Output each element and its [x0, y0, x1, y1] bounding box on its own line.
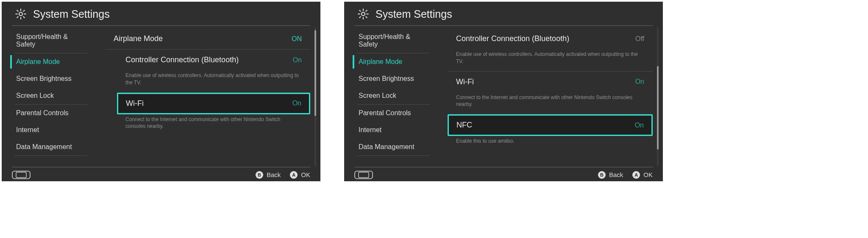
setting-description: Enable this to use amiibo. — [448, 136, 653, 151]
sidebar-item-parental-controls[interactable]: Parental Controls — [357, 105, 430, 122]
sidebar-item-airplane-mode[interactable]: Airplane Mode — [14, 53, 87, 70]
sidebar-item-screen-brightness[interactable]: Screen Brightness — [357, 70, 430, 87]
scrollbar[interactable] — [314, 27, 316, 166]
ok-label: OK — [643, 171, 653, 178]
sidebar-item-data-management[interactable]: Data Management — [14, 138, 87, 155]
setting-value: On — [635, 122, 644, 129]
setting-description: Connect to the Internet and communicate … — [448, 92, 653, 115]
setting-label: NFC — [456, 121, 472, 130]
gear-icon — [14, 8, 27, 20]
setting-label: Controller Connection (Bluetooth) — [456, 34, 569, 43]
svg-line-8 — [23, 10, 25, 11]
setting-description: Enable use of wireless controllers. Auto… — [117, 70, 310, 93]
svg-line-7 — [17, 17, 18, 18]
page-title: System Settings — [376, 8, 452, 20]
sidebar-item-support-health-safety[interactable]: Support/Health & Safety — [14, 28, 87, 53]
svg-line-16 — [359, 10, 361, 11]
back-button[interactable]: B Back — [598, 171, 623, 179]
svg-rect-21 — [359, 172, 369, 177]
ok-button[interactable]: A OK — [290, 171, 310, 179]
svg-line-18 — [359, 17, 361, 18]
back-label: Back — [609, 171, 623, 178]
svg-line-6 — [23, 17, 25, 18]
back-label: Back — [267, 171, 281, 178]
sidebar: Support/Health & SafetyAirplane ModeScre… — [2, 26, 97, 167]
back-button[interactable]: B Back — [256, 171, 281, 179]
svg-point-0 — [19, 12, 22, 16]
setting-label: Wi-Fi — [456, 77, 474, 86]
scroll-thumb[interactable] — [657, 66, 659, 149]
setting-row-airplane-mode[interactable]: Airplane Mode ON — [105, 28, 310, 50]
ok-button[interactable]: A OK — [632, 171, 653, 179]
setting-label: Airplane Mode — [114, 34, 163, 43]
page-title: System Settings — [33, 8, 110, 20]
sidebar-item-internet[interactable]: Internet — [14, 122, 87, 138]
setting-description: Connect to the Internet and communicate … — [117, 114, 310, 136]
svg-line-17 — [366, 17, 367, 18]
sidebar: Support/Health & SafetyAirplane ModeScre… — [344, 26, 440, 167]
sidebar-item-data-management[interactable]: Data Management — [357, 138, 430, 155]
setting-value: On — [293, 56, 302, 64]
b-button-icon: B — [256, 171, 263, 179]
settings-panel: Airplane Mode ON Controller Connection (… — [97, 26, 320, 167]
setting-description: Enable use of wireless controllers. Auto… — [448, 49, 653, 72]
console-icon — [354, 171, 373, 179]
setting-row-wi-fi[interactable]: Wi-Fi On — [448, 72, 653, 92]
sidebar-item-internet[interactable]: Internet — [357, 122, 430, 138]
b-button-icon: B — [598, 171, 606, 179]
svg-point-11 — [362, 12, 365, 16]
settings-panel: Controller Connection (Bluetooth) OffEna… — [440, 26, 663, 167]
sidebar-item-screen-brightness[interactable]: Screen Brightness — [14, 70, 87, 87]
sidebar-item-airplane-mode[interactable]: Airplane Mode — [357, 53, 430, 70]
setting-row-controller-connection-bluetooth[interactable]: Controller Connection (Bluetooth) Off — [448, 28, 653, 49]
svg-line-5 — [17, 10, 18, 11]
setting-row-controller-connection-bluetooth[interactable]: Controller Connection (Bluetooth) On — [117, 50, 310, 70]
ok-label: OK — [301, 171, 310, 178]
footer: B Back A OK — [354, 167, 653, 181]
sidebar-item-parental-controls[interactable]: Parental Controls — [14, 105, 87, 122]
header: System Settings — [2, 2, 320, 25]
setting-row-nfc[interactable]: NFC On — [448, 114, 653, 136]
settings-screen: System SettingsSupport/Health & SafetyAi… — [344, 2, 663, 181]
settings-screen: System SettingsSupport/Health & SafetyAi… — [2, 2, 320, 181]
setting-value: Off — [635, 35, 644, 43]
sidebar-item-support-health-safety[interactable]: Support/Health & Safety — [357, 28, 430, 53]
sidebar-item-screen-lock[interactable]: Screen Lock — [357, 87, 430, 104]
scrollbar[interactable] — [657, 27, 659, 166]
setting-value: On — [292, 100, 301, 107]
svg-rect-10 — [16, 172, 26, 177]
setting-value: On — [635, 78, 644, 86]
setting-label: Controller Connection (Bluetooth) — [125, 55, 239, 64]
console-icon — [12, 171, 31, 179]
scroll-thumb[interactable] — [314, 30, 316, 116]
setting-value: ON — [292, 35, 302, 43]
a-button-icon: A — [632, 171, 640, 179]
a-button-icon: A — [290, 171, 298, 179]
gear-icon — [357, 8, 370, 20]
header: System Settings — [344, 2, 663, 25]
svg-line-19 — [366, 10, 367, 11]
sidebar-item-screen-lock[interactable]: Screen Lock — [14, 87, 87, 104]
setting-label: Wi-Fi — [126, 99, 144, 108]
setting-row-wi-fi[interactable]: Wi-Fi On — [117, 93, 310, 114]
footer: B Back A OK — [12, 167, 310, 181]
